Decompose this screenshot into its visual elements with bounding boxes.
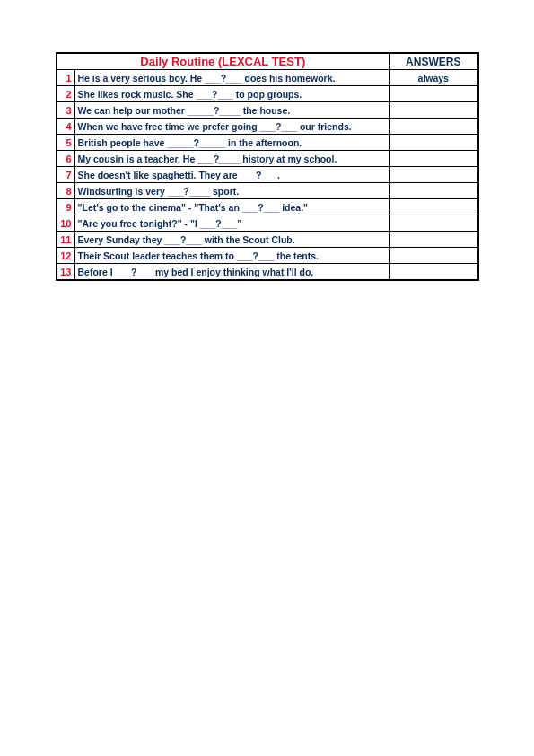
row-number: 1 (57, 70, 74, 86)
table-row: 3 We can help our mother _____?____ the … (57, 102, 478, 119)
table-row: 2 She likes rock music. She ___?___ to p… (57, 86, 478, 102)
row-number: 6 (57, 151, 74, 167)
row-number: 3 (57, 102, 74, 119)
row-number: 9 (57, 199, 74, 215)
answer-cell (389, 86, 478, 102)
answer-cell (389, 232, 478, 248)
table-row: 10 "Are you free tonight?" - "I ___?___" (57, 215, 478, 232)
answer-cell (389, 199, 478, 215)
answer-cell (389, 167, 478, 183)
question-text: Before I ___?___ my bed I enjoy thinking… (74, 264, 389, 281)
row-number: 5 (57, 135, 74, 151)
question-text: He is a very serious boy. He ___?___ doe… (74, 70, 389, 86)
question-text: Their Scout leader teaches them to ___?_… (74, 248, 389, 264)
table-row: 5 British people have _____?_____ in the… (57, 135, 478, 151)
table-row: 7 She doesn't like spaghetti. They are _… (57, 167, 478, 183)
row-number: 7 (57, 167, 74, 183)
answer-cell (389, 119, 478, 135)
table-row: 1 He is a very serious boy. He ___?___ d… (57, 70, 478, 86)
row-number: 11 (57, 232, 74, 248)
row-number: 10 (57, 215, 74, 232)
answer-cell (389, 102, 478, 119)
table-row: 11 Every Sunday they ___?___ with the Sc… (57, 232, 478, 248)
question-text: "Let's go to the cinema" - "That's an __… (74, 199, 389, 215)
question-text: We can help our mother _____?____ the ho… (74, 102, 389, 119)
worksheet-title: Daily Routine (LEXCAL TEST) (57, 53, 389, 70)
row-number: 2 (57, 86, 74, 102)
row-number: 13 (57, 264, 74, 281)
question-text: British people have _____?_____ in the a… (74, 135, 389, 151)
question-rows: 1 He is a very serious boy. He ___?___ d… (57, 70, 478, 281)
table-row: 9 "Let's go to the cinema" - "That's an … (57, 199, 478, 215)
question-text: Every Sunday they ___?___ with the Scout… (74, 232, 389, 248)
row-number: 12 (57, 248, 74, 264)
row-number: 8 (57, 183, 74, 199)
answer-cell (389, 183, 478, 199)
answer-cell (389, 248, 478, 264)
answer-cell (389, 264, 478, 281)
question-text: She doesn't like spaghetti. They are ___… (74, 167, 389, 183)
question-text: She likes rock music. She ___?___ to pop… (74, 86, 389, 102)
worksheet-table: Daily Routine (LEXCAL TEST) ANSWERS 1 He… (56, 52, 479, 281)
question-text: When we have free time we prefer going _… (74, 119, 389, 135)
table-row: 13 Before I ___?___ my bed I enjoy think… (57, 264, 478, 281)
table-row: 12 Their Scout leader teaches them to __… (57, 248, 478, 264)
question-text: My cousin is a teacher. He ___?____ hist… (74, 151, 389, 167)
answers-column-header: ANSWERS (389, 53, 478, 70)
table-row: 6 My cousin is a teacher. He ___?____ hi… (57, 151, 478, 167)
answer-cell (389, 135, 478, 151)
row-number: 4 (57, 119, 74, 135)
header-row: Daily Routine (LEXCAL TEST) ANSWERS (57, 53, 478, 70)
question-text: "Are you free tonight?" - "I ___?___" (74, 215, 389, 232)
table-row: 4 When we have free time we prefer going… (57, 119, 478, 135)
answer-cell: always (389, 70, 478, 86)
answer-cell (389, 215, 478, 232)
table-row: 8 Windsurfing is very ___?____ sport. (57, 183, 478, 199)
question-text: Windsurfing is very ___?____ sport. (74, 183, 389, 199)
answer-cell (389, 151, 478, 167)
